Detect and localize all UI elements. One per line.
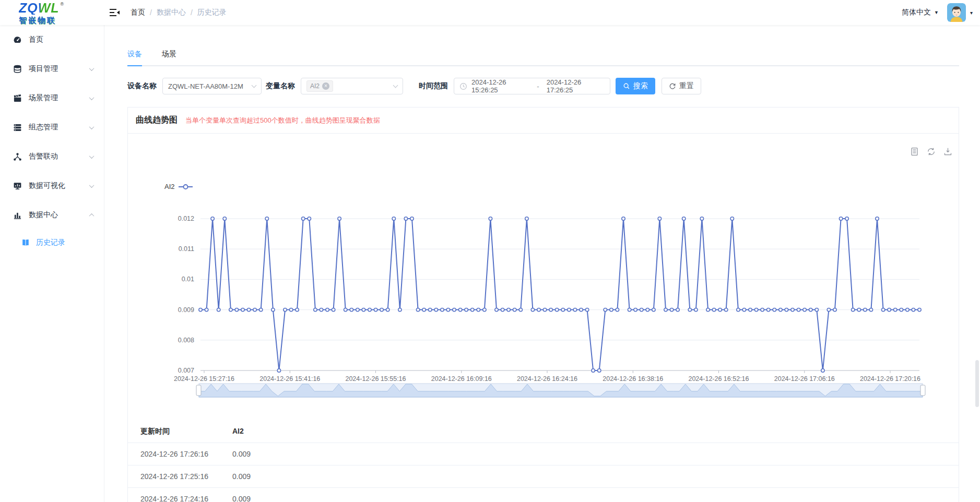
data-point[interactable] xyxy=(857,308,860,311)
data-point[interactable] xyxy=(869,308,872,311)
data-point[interactable] xyxy=(326,308,329,311)
search-button[interactable]: 搜索 xyxy=(616,78,655,94)
data-point[interactable] xyxy=(392,217,395,220)
data-point[interactable] xyxy=(568,308,571,311)
data-point[interactable] xyxy=(374,308,377,311)
data-point[interactable] xyxy=(876,217,879,220)
data-point[interactable] xyxy=(628,308,631,311)
sidebar-item-alarm-link[interactable]: 告警联动 xyxy=(0,142,104,171)
data-point[interactable] xyxy=(737,308,740,311)
datazoom-handle-left[interactable] xyxy=(196,385,201,396)
device-select[interactable]: ZQWL-NET-AA80M-12M xyxy=(162,78,262,94)
data-point[interactable] xyxy=(610,308,613,311)
data-point[interactable] xyxy=(308,217,311,220)
data-point[interactable] xyxy=(223,217,226,220)
data-point[interactable] xyxy=(573,308,576,311)
data-point[interactable] xyxy=(912,308,915,311)
data-point[interactable] xyxy=(646,308,649,311)
logo[interactable]: ZQWL ® 智嵌物联 xyxy=(0,2,104,24)
data-point[interactable] xyxy=(229,308,232,311)
data-point[interactable] xyxy=(845,217,848,220)
data-point[interactable] xyxy=(682,217,686,220)
sidebar-item-config[interactable]: 组态管理 xyxy=(0,113,104,142)
data-point[interactable] xyxy=(314,308,317,311)
data-point[interactable] xyxy=(362,308,365,311)
data-point[interactable] xyxy=(416,308,419,311)
data-point[interactable] xyxy=(676,308,679,311)
data-point[interactable] xyxy=(235,308,238,311)
language-selector[interactable]: 简体中文 ▼ xyxy=(902,8,939,17)
data-point[interactable] xyxy=(730,217,734,220)
chart-legend-item[interactable]: AI2 xyxy=(164,183,193,190)
data-point[interactable] xyxy=(531,308,534,311)
time-range-input[interactable]: 2024-12-26 15:26:25 - 2024-12-26 17:26:2… xyxy=(454,78,610,94)
restore-icon[interactable] xyxy=(927,147,936,156)
data-point[interactable] xyxy=(404,217,407,220)
data-point[interactable] xyxy=(217,308,220,311)
data-point[interactable] xyxy=(725,308,728,311)
data-point[interactable] xyxy=(598,369,601,372)
data-point[interactable] xyxy=(446,308,450,311)
data-point[interactable] xyxy=(742,308,746,311)
data-point[interactable] xyxy=(386,308,389,311)
data-point[interactable] xyxy=(477,308,480,311)
tab-scene[interactable]: 场景 xyxy=(162,50,176,66)
sidebar-item-data-viz[interactable]: 数据可视化 xyxy=(0,171,104,200)
tag-close-icon[interactable]: × xyxy=(322,82,329,90)
data-point[interactable] xyxy=(694,308,698,311)
data-point[interactable] xyxy=(320,308,323,311)
data-point[interactable] xyxy=(616,308,619,311)
data-point[interactable] xyxy=(458,308,462,311)
sidebar-item-scene[interactable]: 场景管理 xyxy=(0,83,104,113)
data-point[interactable] xyxy=(199,308,202,311)
data-point[interactable] xyxy=(284,308,287,311)
data-point[interactable] xyxy=(585,308,588,311)
data-point[interactable] xyxy=(302,217,305,220)
data-point[interactable] xyxy=(791,308,794,311)
data-point[interactable] xyxy=(754,308,758,311)
data-point[interactable] xyxy=(507,308,510,311)
data-point[interactable] xyxy=(821,369,824,372)
data-point[interactable] xyxy=(852,308,855,311)
data-point[interactable] xyxy=(543,308,546,311)
data-point[interactable] xyxy=(827,308,830,311)
data-point[interactable] xyxy=(773,308,776,311)
data-point[interactable] xyxy=(700,217,703,220)
breadcrumb-home[interactable]: 首页 xyxy=(131,8,145,17)
data-point[interactable] xyxy=(265,217,268,220)
sidebar-item-project[interactable]: 项目管理 xyxy=(0,54,104,83)
series-points[interactable] xyxy=(199,217,921,372)
sidebar-item-data-center[interactable]: 数据中心 xyxy=(0,200,104,230)
data-point[interactable] xyxy=(809,308,812,311)
data-point[interactable] xyxy=(640,308,643,311)
data-point[interactable] xyxy=(706,308,710,311)
data-point[interactable] xyxy=(900,308,903,311)
data-point[interactable] xyxy=(271,308,275,311)
data-point[interactable] xyxy=(247,308,250,311)
data-point[interactable] xyxy=(434,308,438,311)
page-scrollbar-thumb[interactable] xyxy=(975,360,979,407)
data-point[interactable] xyxy=(718,308,722,311)
data-point[interactable] xyxy=(289,308,292,311)
data-point[interactable] xyxy=(604,308,607,311)
data-point[interactable] xyxy=(441,308,444,311)
datazoom-slider[interactable] xyxy=(196,384,925,397)
data-point[interactable] xyxy=(338,217,341,220)
data-point[interactable] xyxy=(894,308,897,311)
data-point[interactable] xyxy=(670,308,673,311)
data-point[interactable] xyxy=(664,308,667,311)
data-point[interactable] xyxy=(658,217,661,220)
data-point[interactable] xyxy=(525,217,528,220)
data-point[interactable] xyxy=(241,308,244,311)
data-point[interactable] xyxy=(422,308,426,311)
save-image-icon[interactable] xyxy=(943,147,952,156)
data-point[interactable] xyxy=(888,308,891,311)
data-point[interactable] xyxy=(797,308,800,311)
data-point[interactable] xyxy=(779,308,782,311)
data-point[interactable] xyxy=(556,308,559,311)
sidebar-item-home[interactable]: 首页 xyxy=(0,25,104,54)
data-point[interactable] xyxy=(398,308,402,311)
data-point[interactable] xyxy=(465,308,468,311)
data-point[interactable] xyxy=(332,308,335,311)
data-point[interactable] xyxy=(839,217,842,220)
